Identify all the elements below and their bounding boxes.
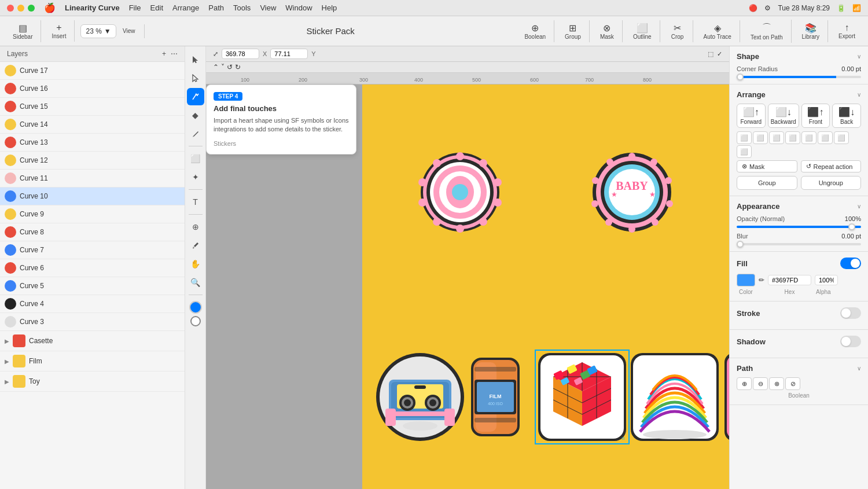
path-intersect-button[interactable]: ⊗ — [769, 377, 784, 390]
transform-tool[interactable]: ⊕ — [187, 218, 204, 236]
pencil-tool[interactable] — [187, 125, 204, 142]
stroke-toggle[interactable] — [840, 307, 861, 319]
library-button[interactable]: 📚 Library — [797, 20, 825, 42]
constrain-proportions-icon[interactable]: ⬚ — [708, 50, 713, 58]
more-options-icon[interactable]: ⋯ — [171, 50, 178, 58]
layer-item-14[interactable]: Curve 14 — [0, 116, 185, 134]
outline-button[interactable]: ⬜ Outline — [628, 20, 656, 42]
hand-tool[interactable]: ✋ — [187, 255, 204, 273]
direct-select-tool[interactable] — [187, 69, 204, 87]
menu-view[interactable]: View — [260, 3, 276, 12]
fill-alpha-input[interactable] — [815, 275, 838, 285]
zoom-tool[interactable]: 🔍 — [187, 274, 204, 291]
fill-color[interactable] — [189, 301, 202, 314]
close-button[interactable] — [7, 5, 14, 12]
path-union-button[interactable]: ⊕ — [737, 377, 752, 390]
layer-item-8[interactable]: Curve 8 — [0, 223, 185, 241]
ungroup-button-panel[interactable]: Ungroup — [801, 176, 862, 190]
group-button-panel[interactable]: Group — [737, 176, 797, 190]
forward-button[interactable]: ⬜↑ Forward — [737, 104, 766, 128]
text-on-path-button[interactable]: ⌒ Text on Path — [746, 20, 788, 43]
group-button[interactable]: ⊞ Group — [560, 20, 586, 42]
layer-item-15[interactable]: Curve 15 — [0, 98, 185, 116]
insert-button[interactable]: + Insert — [47, 20, 71, 42]
add-layer-button[interactable]: + — [162, 50, 166, 58]
sidebar-toggle-button[interactable]: ▤ Sidebar — [8, 20, 37, 42]
corner-radius-slider[interactable] — [737, 76, 861, 78]
layer-item-16[interactable]: Curve 16 — [0, 80, 185, 98]
confirm-icon[interactable]: ✓ — [717, 50, 722, 58]
blur-thumb[interactable] — [737, 241, 744, 248]
back-button[interactable]: ⬛↓ Back — [832, 104, 861, 128]
anchor-tool[interactable]: ◆ — [187, 106, 204, 124]
rubiks-sticker[interactable]: ⌗ — [536, 351, 628, 443]
repeat-action-button[interactable]: ↺ Repeat action — [801, 160, 862, 172]
rotate-right[interactable]: ↻ — [235, 63, 241, 71]
x-coord-input[interactable] — [222, 49, 259, 59]
opacity-slider[interactable] — [737, 226, 861, 228]
fill-color-swatch[interactable] — [737, 274, 755, 286]
front-button[interactable]: ⬛↑ Front — [801, 104, 830, 128]
fill-hex-input[interactable] — [768, 275, 811, 285]
layer-item-4[interactable]: Curve 4 — [0, 295, 185, 313]
menu-arrange[interactable]: Arrange — [172, 3, 199, 12]
layer-item-11[interactable]: Curve 11 — [0, 170, 185, 187]
layer-item-7[interactable]: Curve 7 — [0, 241, 185, 259]
path-exclude-button[interactable]: ⊘ — [785, 377, 800, 390]
maximize-button[interactable] — [28, 5, 35, 12]
mask-button[interactable]: ⊗ Mask — [595, 20, 619, 42]
mask-button-row[interactable]: ⊗ Mask — [737, 160, 797, 172]
path-chevron[interactable]: ∨ — [857, 365, 861, 372]
fill-toggle[interactable] — [840, 258, 861, 269]
crop-button[interactable]: ✂ Crop — [666, 20, 689, 42]
layer-item-13[interactable]: Curve 13 — [0, 134, 185, 152]
distribute-v-button[interactable]: ⬜ — [737, 145, 752, 158]
align-right-button[interactable]: ⬜ — [769, 131, 784, 144]
menu-edit[interactable]: Edit — [150, 3, 163, 12]
layer-item-12[interactable]: Curve 12 — [0, 152, 185, 170]
edit-color-icon[interactable]: ✏ — [759, 276, 764, 284]
align-top-button[interactable]: ⬜ — [785, 131, 800, 144]
down-arrow-up[interactable]: ˅ — [221, 63, 225, 71]
align-center-h-button[interactable]: ⬜ — [753, 131, 768, 144]
align-center-v-button[interactable]: ⬜ — [801, 131, 816, 144]
menu-file[interactable]: File — [129, 3, 141, 12]
corner-radius-thumb[interactable] — [737, 73, 744, 80]
star-tool[interactable]: ✦ — [187, 168, 204, 186]
layer-group-film[interactable]: ▶Film — [0, 351, 185, 372]
arrange-chevron[interactable]: ∨ — [857, 91, 861, 98]
stroke-color[interactable] — [190, 316, 201, 326]
menu-tools[interactable]: Tools — [233, 3, 251, 12]
layer-item-10[interactable]: Curve 10 — [0, 187, 185, 205]
opacity-thumb[interactable] — [848, 223, 855, 230]
select-tool[interactable] — [187, 51, 204, 68]
shape-tool[interactable]: ⬜ — [187, 150, 204, 167]
type-tool[interactable]: T — [187, 193, 204, 211]
view-button[interactable]: View — [117, 25, 141, 36]
canvas-area[interactable]: ⤢ X Y ⬚ ✓ ⌃ ˅ ↺ ↻ 100 200 300 400 500 — [206, 46, 729, 489]
layer-item-3[interactable]: Curve 3 — [0, 313, 185, 331]
path-subtract-button[interactable]: ⊖ — [753, 377, 768, 390]
layer-item-6[interactable]: Curve 6 — [0, 259, 185, 277]
blur-slider[interactable] — [737, 243, 861, 245]
align-bottom-button[interactable]: ⬜ — [818, 131, 833, 144]
layer-item-9[interactable]: Curve 9 — [0, 205, 185, 223]
menu-help[interactable]: Help — [322, 3, 337, 12]
rotate-left[interactable]: ↺ — [227, 63, 233, 71]
zoom-control[interactable]: 23 % ▼ — [80, 24, 116, 38]
canvas-content[interactable]: STEP 4 Add final touches Import a heart … — [206, 84, 729, 489]
menu-window[interactable]: Window — [285, 3, 312, 12]
backward-button[interactable]: ⬜↓ Backward — [768, 104, 799, 128]
layer-item-5[interactable]: Curve 5 — [0, 277, 185, 295]
sticker-canvas[interactable]: BABY ★ ★ — [362, 84, 729, 489]
pen-tool[interactable] — [187, 88, 204, 105]
shadow-toggle[interactable] — [840, 336, 861, 347]
export-button[interactable]: ↑ Export — [834, 20, 860, 42]
layer-group-casette[interactable]: ▶Casette — [0, 331, 185, 351]
appearance-chevron[interactable]: ∨ — [857, 203, 861, 209]
layer-group-toy[interactable]: ▶Toy — [0, 372, 185, 392]
layer-item-17[interactable]: Curve 17 — [0, 62, 185, 80]
auto-trace-button[interactable]: ◈ Auto Trace — [699, 20, 736, 42]
distribute-h-button[interactable]: ⬜ — [834, 131, 849, 144]
eyedropper-tool[interactable] — [187, 237, 204, 254]
